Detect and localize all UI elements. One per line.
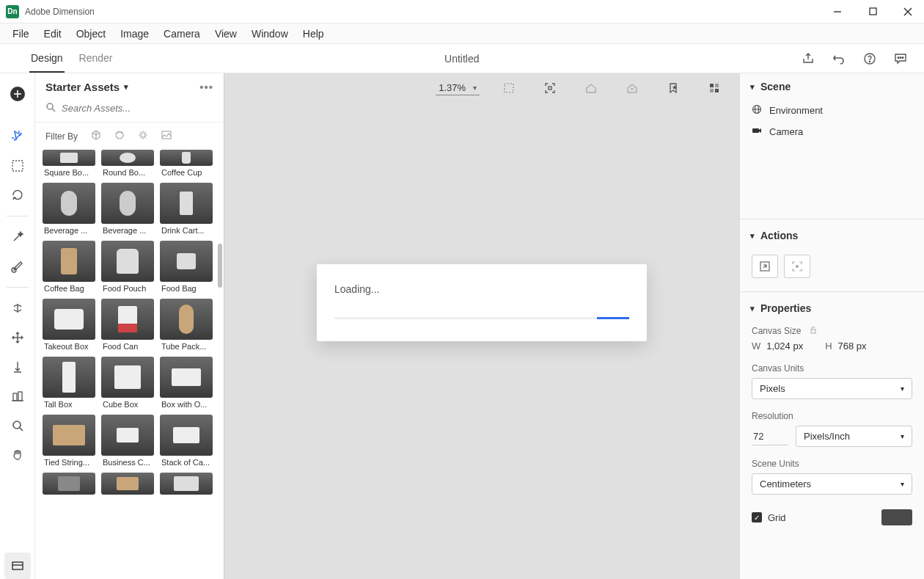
chevron-down-icon[interactable]: ▾ [750, 304, 755, 313]
asset-item[interactable] [160, 473, 213, 495]
canvas-toolbar: 1.37% ▾ [224, 73, 739, 103]
menu-file[interactable]: File [6, 26, 36, 41]
asset-item[interactable]: Square Bo... [43, 150, 95, 177]
help-icon[interactable] [858, 47, 881, 70]
orbit-tool[interactable] [4, 182, 31, 208]
asset-item[interactable] [43, 473, 95, 495]
chevron-down-icon[interactable]: ▾ [750, 82, 755, 92]
loading-modal: Loading... [317, 264, 647, 341]
asset-item[interactable]: Coffee Cup [160, 150, 213, 177]
close-button[interactable] [898, 1, 918, 22]
filter-images-icon[interactable] [161, 130, 172, 142]
frame-all-icon[interactable] [497, 76, 521, 100]
asset-item[interactable] [101, 473, 154, 495]
tab-render[interactable]: Render [78, 45, 114, 73]
globe-icon [752, 104, 763, 117]
asset-item[interactable]: Food Pouch [101, 241, 154, 293]
svg-rect-12 [12, 161, 23, 171]
tab-design[interactable]: Design [29, 45, 65, 73]
menu-image[interactable]: Image [114, 26, 155, 41]
progress-bar [334, 317, 629, 319]
menu-object[interactable]: Object [70, 26, 112, 41]
asset-item[interactable]: Stack of Ca... [160, 415, 213, 467]
asset-item[interactable]: Tied String... [43, 415, 95, 467]
document-title: Untitled [128, 53, 796, 65]
panel-menu-icon[interactable]: ••• [199, 81, 213, 93]
wand-tool[interactable] [4, 224, 31, 250]
render-preview-icon[interactable] [703, 76, 726, 100]
svg-point-24 [47, 103, 53, 109]
chevron-down-icon[interactable]: ▾ [750, 231, 755, 241]
menu-window[interactable]: Window [245, 26, 295, 41]
asset-item[interactable]: Tube Pack... [160, 299, 213, 351]
undo-icon[interactable] [827, 47, 851, 70]
resolution-input[interactable]: 72 [752, 428, 788, 445]
filter-lights-icon[interactable] [138, 130, 148, 142]
width-value[interactable]: 1,024 px [766, 341, 803, 352]
scene-item-label: Environment [769, 105, 823, 116]
share-icon[interactable] [796, 47, 820, 70]
asset-item[interactable]: Coffee Bag [43, 241, 95, 293]
menu-view[interactable]: View [208, 26, 243, 41]
horizon-tool[interactable] [4, 295, 31, 321]
assets-panel-title[interactable]: Starter Assets [45, 81, 120, 93]
filter-models-icon[interactable] [91, 130, 101, 142]
asset-item[interactable]: Drink Cart... [160, 183, 213, 235]
camera-undo-icon[interactable] [620, 76, 644, 100]
svg-rect-30 [549, 87, 551, 90]
search-input[interactable] [62, 103, 213, 114]
resolution-label: Resolution [752, 411, 912, 421]
camera-icon [752, 125, 763, 138]
asset-item[interactable]: Cube Box [101, 357, 154, 409]
asset-item[interactable]: Business C... [101, 415, 154, 467]
menu-help[interactable]: Help [296, 26, 331, 41]
add-button[interactable] [4, 81, 31, 107]
height-label: H [825, 341, 832, 352]
zoom-control[interactable]: 1.37% ▾ [436, 81, 480, 95]
marquee-tool[interactable] [4, 153, 31, 179]
asset-item[interactable]: Round Bo... [101, 150, 154, 177]
filter-label: Filter By [45, 131, 78, 142]
scene-camera[interactable]: Camera [740, 121, 924, 142]
resolution-units-select[interactable]: Pixels/Inch ▾ [796, 426, 912, 447]
menu-edit[interactable]: Edit [37, 26, 68, 41]
asset-item[interactable]: Food Bag [160, 241, 213, 293]
align-tool[interactable] [4, 383, 31, 409]
chat-icon[interactable] [889, 47, 912, 70]
lock-icon[interactable] [810, 326, 817, 336]
panel-toggle[interactable] [4, 553, 31, 579]
drop-tool[interactable] [4, 354, 31, 380]
scrollbar-thumb[interactable] [218, 244, 222, 288]
height-value[interactable]: 768 px [838, 341, 867, 352]
camera-home-icon[interactable] [579, 76, 603, 100]
grid-checkbox[interactable]: ✓ [752, 512, 762, 522]
filter-materials-icon[interactable] [114, 130, 125, 142]
sampler-tool[interactable] [4, 253, 31, 280]
maximize-button[interactable] [862, 1, 883, 22]
frame-selection-icon[interactable] [538, 76, 562, 100]
action-resize-icon[interactable] [752, 255, 778, 278]
canvas-units-select[interactable]: Pixels ▾ [752, 378, 912, 399]
asset-item[interactable]: Beverage ... [43, 183, 95, 235]
action-frame-icon[interactable] [784, 255, 810, 278]
zoom-tool[interactable] [4, 412, 31, 439]
zoom-value: 1.37% [439, 82, 466, 93]
bookmark-icon[interactable] [661, 76, 685, 100]
grid-color-swatch[interactable] [881, 509, 912, 525]
chevron-down-icon[interactable]: ▾ [124, 82, 128, 92]
asset-item[interactable]: Tall Box [43, 357, 95, 409]
move-tool[interactable] [4, 324, 31, 351]
asset-item[interactable]: Beverage ... [101, 183, 154, 235]
asset-item[interactable]: Food Can [101, 299, 154, 351]
asset-item[interactable]: Takeout Box [43, 299, 95, 351]
svg-rect-34 [715, 89, 719, 92]
asset-item[interactable]: Box with O... [160, 357, 213, 409]
scene-environment[interactable]: Environment [740, 100, 924, 121]
svg-point-7 [900, 57, 901, 58]
menu-camera[interactable]: Camera [157, 26, 207, 41]
scene-units-select[interactable]: Centimeters ▾ [752, 473, 912, 495]
select-tool[interactable] [4, 123, 31, 150]
app-icon: Dn [6, 5, 19, 18]
hand-tool[interactable] [4, 442, 31, 468]
minimize-button[interactable] [827, 1, 848, 22]
